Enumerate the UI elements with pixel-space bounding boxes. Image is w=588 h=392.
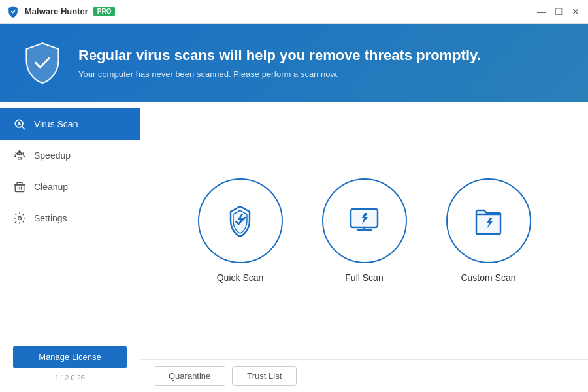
quarantine-button[interactable]: Quarantine [154,366,225,386]
svg-point-4 [18,217,22,220]
sidebar-item-cleanup[interactable]: Cleanup [0,171,140,203]
maximize-button[interactable]: ☐ [553,6,564,18]
quick-scan-option[interactable]: Quick Scan [198,178,283,283]
custom-scan-circle [446,178,531,263]
sidebar: Virus Scan Speedup [0,102,140,392]
manage-license-button[interactable]: Manage License [13,346,127,368]
title-bar: Malware Hunter PRO — ☐ ✕ [0,0,588,24]
full-scan-option[interactable]: Full Scan [322,178,407,283]
version-label: 1.12.0.26 [55,374,85,382]
cleanup-icon [13,180,26,193]
sidebar-item-label: Speedup [34,150,71,161]
pro-badge: PRO [93,7,116,16]
main-area: Virus Scan Speedup [0,102,588,392]
title-bar-left: Malware Hunter PRO [7,5,115,18]
header-headline: Regular virus scans will help you remove… [78,47,481,64]
virus-scan-icon [13,118,26,131]
speedup-icon [13,149,26,162]
custom-scan-label: Custom Scan [461,272,515,283]
custom-scan-icon [467,200,510,242]
full-scan-circle [322,178,407,263]
sidebar-nav: Virus Scan Speedup [0,102,140,335]
sidebar-item-speedup[interactable]: Speedup [0,140,140,171]
minimize-button[interactable]: — [536,6,547,18]
quick-scan-circle [198,178,283,263]
full-scan-label: Full Scan [345,272,383,283]
content-area: Quick Scan Full Scan [140,102,588,392]
app-title: Malware Hunter [25,7,88,16]
sidebar-footer: Manage License 1.12.0.26 [0,335,140,392]
header-text: Regular virus scans will help you remove… [78,47,481,79]
sidebar-item-label: Virus Scan [34,119,78,129]
quick-scan-label: Quick Scan [217,272,264,283]
svg-rect-3 [17,182,22,184]
full-scan-icon [343,200,385,242]
scan-options: Quick Scan Full Scan [140,102,588,359]
header-banner: Regular virus scans will help you remove… [0,24,588,102]
content-footer: Quarantine Trust List [140,359,588,392]
trust-list-button[interactable]: Trust List [232,366,297,386]
sidebar-item-label: Cleanup [34,182,68,192]
close-button[interactable]: ✕ [570,6,581,18]
custom-scan-option[interactable]: Custom Scan [446,178,531,283]
header-subtext: Your computer has never been scanned. Pl… [78,69,481,79]
header-shield-icon [20,40,65,86]
sidebar-item-label: Settings [34,213,67,223]
title-bar-controls: — ☐ ✕ [536,6,581,18]
sidebar-item-settings[interactable]: Settings [0,203,140,234]
app-logo-icon [7,5,20,18]
sidebar-item-virus-scan[interactable]: Virus Scan [0,108,140,140]
quick-scan-icon [219,200,261,242]
settings-icon [13,212,26,225]
